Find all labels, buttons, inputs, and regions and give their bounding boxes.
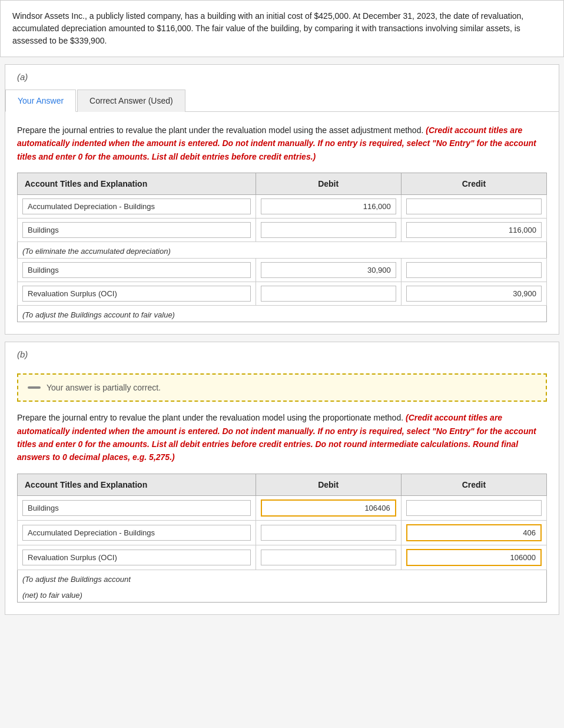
col-credit: Credit [401, 173, 546, 195]
note-row: (To eliminate the accumulated depreciati… [18, 242, 547, 259]
credit-field[interactable] [406, 286, 542, 302]
debit-field[interactable] [261, 525, 396, 541]
account-field[interactable] [22, 525, 251, 541]
credit-field[interactable] [406, 524, 542, 541]
credit-field[interactable] [406, 198, 542, 214]
partial-correct-banner: Your answer is partially correct. [17, 373, 547, 402]
section-b-instruction: Prepare the journal entry to revalue the… [17, 411, 547, 464]
col-account: Account Titles and Explanation [18, 474, 256, 495]
col-credit: Credit [401, 474, 546, 495]
note-row: (net) to fair value) [18, 586, 547, 603]
section-b-content: Prepare the journal entry to revalue the… [5, 411, 559, 603]
table-row [18, 195, 547, 219]
tab-your-answer[interactable]: Your Answer [5, 90, 76, 112]
section-b-label: (b) [5, 342, 559, 366]
note-row: (To adjust the Buildings account to fair… [18, 306, 547, 322]
debit-field[interactable] [261, 550, 396, 565]
account-field[interactable] [22, 198, 251, 214]
table-row [18, 282, 547, 306]
section-a-content: Prepare the journal entries to revalue t… [5, 124, 559, 322]
section-b-table: Account Titles and Explanation Debit Cre… [17, 474, 547, 603]
debit-field[interactable] [261, 198, 396, 214]
account-field[interactable] [22, 286, 251, 302]
section-b: (b) Your answer is partially correct. Pr… [5, 342, 559, 615]
section-a-tabs: Your Answer Correct Answer (Used) [5, 89, 559, 112]
credit-field[interactable] [406, 222, 542, 238]
account-field[interactable] [22, 550, 251, 565]
table-row [18, 219, 547, 242]
table-row [18, 520, 547, 545]
section-a-instruction: Prepare the journal entries to revalue t… [17, 124, 547, 163]
banner-icon [28, 386, 41, 389]
section-a-table: Account Titles and Explanation Debit Cre… [17, 173, 547, 322]
account-field[interactable] [22, 262, 251, 278]
debit-field[interactable] [261, 499, 396, 517]
col-debit: Debit [256, 173, 401, 195]
debit-field[interactable] [261, 222, 396, 238]
credit-field[interactable] [406, 262, 542, 278]
note-row: (To adjust the Buildings account [18, 570, 547, 586]
debit-field[interactable] [261, 262, 396, 278]
col-debit: Debit [256, 474, 401, 495]
problem-text: Windsor Assets Inc., a publicly listed c… [12, 11, 523, 45]
table-row [18, 259, 547, 282]
debit-field[interactable] [261, 286, 396, 302]
problem-statement: Windsor Assets Inc., a publicly listed c… [0, 0, 564, 57]
account-field[interactable] [22, 222, 251, 238]
section-a-label: (a) [5, 65, 559, 89]
account-field[interactable] [22, 500, 251, 516]
table-row [18, 545, 547, 570]
section-a: (a) Your Answer Correct Answer (Used) Pr… [5, 64, 559, 335]
banner-text: Your answer is partially correct. [47, 383, 161, 392]
table-row [18, 495, 547, 520]
tab-correct-answer[interactable]: Correct Answer (Used) [77, 90, 185, 112]
credit-field[interactable] [406, 500, 542, 516]
credit-field[interactable] [406, 549, 542, 566]
col-account: Account Titles and Explanation [18, 173, 256, 195]
